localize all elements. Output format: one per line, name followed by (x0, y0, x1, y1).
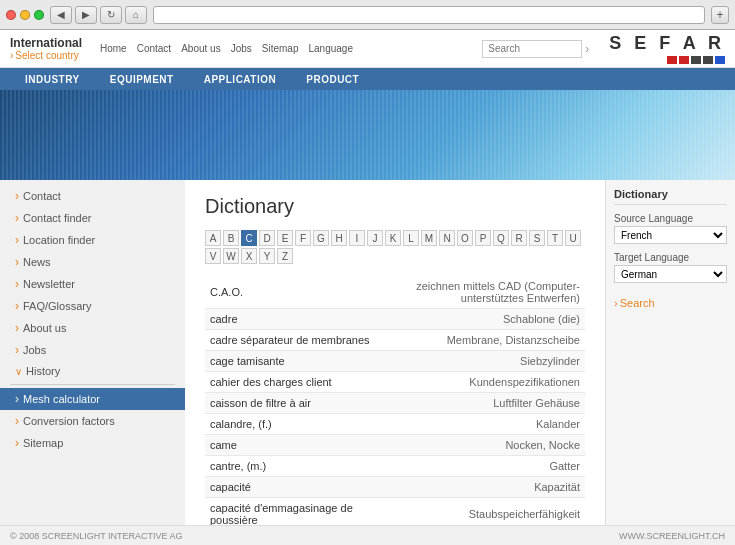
alpha-A[interactable]: A (205, 230, 221, 246)
right-panel-search-label: Search (620, 297, 655, 309)
top-bar: International Select country Home Contac… (0, 30, 735, 68)
nav-home[interactable]: Home (100, 43, 127, 54)
select-country-label: Select country (15, 50, 78, 61)
alpha-E[interactable]: E (277, 230, 293, 246)
address-bar[interactable] (153, 6, 705, 24)
nav-jobs[interactable]: Jobs (231, 43, 252, 54)
dict-translation: Schablone (die) (376, 309, 585, 330)
browser-chrome: ◀ ▶ ↻ ⌂ + (0, 0, 735, 30)
source-language-select[interactable]: French German English (614, 226, 727, 244)
sidebar-item-conversion[interactable]: Conversion factors (0, 410, 185, 432)
dict-term: capacité d'emmagasinage de poussière (205, 498, 376, 526)
nav-application[interactable]: APPLICATION (189, 74, 292, 85)
alpha-G[interactable]: G (313, 230, 329, 246)
alpha-Y[interactable]: Y (259, 248, 275, 264)
sidebar-item-jobs[interactable]: Jobs (0, 339, 185, 361)
alpha-B[interactable]: B (223, 230, 239, 246)
nav-equipment[interactable]: EQUIPMENT (95, 74, 189, 85)
sefar-color-dots (667, 56, 725, 64)
alpha-T[interactable]: T (547, 230, 563, 246)
alpha-S[interactable]: S (529, 230, 545, 246)
alpha-C[interactable]: C (241, 230, 257, 246)
sidebar-item-faq[interactable]: FAQ/Glossary (0, 295, 185, 317)
dict-translation: Kalander (376, 414, 585, 435)
alpha-F[interactable]: F (295, 230, 311, 246)
sefar-dot-2 (679, 56, 689, 64)
alpha-J[interactable]: J (367, 230, 383, 246)
refresh-button[interactable]: ↻ (100, 6, 122, 24)
right-panel-search-link[interactable]: Search (614, 297, 727, 309)
dict-translation: Nocken, Nocke (376, 435, 585, 456)
right-panel: Dictionary Source Language French German… (605, 180, 735, 525)
nav-about[interactable]: About us (181, 43, 220, 54)
sefar-dot-1 (667, 56, 677, 64)
nav-contact[interactable]: Contact (137, 43, 171, 54)
footer-right: WWW.SCREENLIGHT.CH (619, 531, 725, 541)
alpha-Z[interactable]: Z (277, 248, 293, 264)
sidebar-item-contact-finder[interactable]: Contact finder (0, 207, 185, 229)
alpha-D[interactable]: D (259, 230, 275, 246)
alpha-H[interactable]: H (331, 230, 347, 246)
sefar-text: S E F A R (609, 33, 725, 54)
sidebar-item-mesh-calculator[interactable]: Mesh calculator (0, 388, 185, 410)
maximize-button[interactable] (34, 10, 44, 20)
sefar-dot-3 (691, 56, 701, 64)
nav-language[interactable]: Language (308, 43, 353, 54)
top-navigation: Home Contact About us Jobs Sitemap Langu… (90, 40, 589, 58)
dict-term: capacité (205, 477, 376, 498)
alpha-U[interactable]: U (565, 230, 581, 246)
brand-section: International Select country (10, 36, 90, 61)
nav-header: INDUSTRY EQUIPMENT APPLICATION PRODUCT (0, 68, 735, 90)
close-button[interactable] (6, 10, 16, 20)
dict-translation: Gatter (376, 456, 585, 477)
brand-name: International (10, 36, 90, 50)
page-title: Dictionary (205, 195, 585, 218)
nav-product[interactable]: PRODUCT (291, 74, 374, 85)
select-country-link[interactable]: Select country (10, 50, 90, 61)
table-row: cahier des charges clientKundenspezifika… (205, 372, 585, 393)
sidebar-divider (10, 384, 175, 385)
alpha-I[interactable]: I (349, 230, 365, 246)
alpha-L[interactable]: L (403, 230, 419, 246)
right-panel-title: Dictionary (614, 188, 727, 205)
alpha-X[interactable]: X (241, 248, 257, 264)
search-submit-arrow[interactable]: › (585, 42, 589, 56)
alpha-N[interactable]: N (439, 230, 455, 246)
browser-navigation: ◀ ▶ ↻ ⌂ (50, 6, 147, 24)
alpha-Q[interactable]: Q (493, 230, 509, 246)
alphabet-navigation: A B C D E F G H I J K L M N O P Q R S T (205, 230, 585, 264)
home-button[interactable]: ⌂ (125, 6, 147, 24)
add-tab-button[interactable]: + (711, 6, 729, 24)
alpha-O[interactable]: O (457, 230, 473, 246)
sidebar-item-about[interactable]: About us (0, 317, 185, 339)
search-box: › (482, 40, 589, 58)
nav-sitemap[interactable]: Sitemap (262, 43, 299, 54)
table-row: capacité d'emmagasinage de poussièreStau… (205, 498, 585, 526)
back-button[interactable]: ◀ (50, 6, 72, 24)
footer-left: © 2008 SCREENLIGHT INTERACTIVE AG (10, 531, 183, 541)
alpha-R[interactable]: R (511, 230, 527, 246)
dict-term: cadre séparateur de membranes (205, 330, 376, 351)
minimize-button[interactable] (20, 10, 30, 20)
sidebar-item-history[interactable]: History (0, 361, 185, 381)
table-row: calandre, (f.)Kalander (205, 414, 585, 435)
table-row: caisson de filtre à airLuftfilter Gehäus… (205, 393, 585, 414)
search-input[interactable] (482, 40, 582, 58)
table-row: C.A.O.zeichnen mittels CAD (Computer-unt… (205, 276, 585, 309)
alpha-V[interactable]: V (205, 248, 221, 264)
sidebar-item-news[interactable]: News (0, 251, 185, 273)
sidebar-item-newsletter[interactable]: Newsletter (0, 273, 185, 295)
sidebar-item-sitemap[interactable]: Sitemap (0, 432, 185, 454)
sidebar-item-location-finder[interactable]: Location finder (0, 229, 185, 251)
alpha-M[interactable]: M (421, 230, 437, 246)
nav-industry[interactable]: INDUSTRY (10, 74, 95, 85)
dict-term: came (205, 435, 376, 456)
alpha-W[interactable]: W (223, 248, 239, 264)
target-language-select[interactable]: German French English (614, 265, 727, 283)
sefar-dot-5 (715, 56, 725, 64)
sidebar-item-contact[interactable]: Contact (0, 185, 185, 207)
alpha-K[interactable]: K (385, 230, 401, 246)
alpha-P[interactable]: P (475, 230, 491, 246)
dict-term: cage tamisante (205, 351, 376, 372)
forward-button[interactable]: ▶ (75, 6, 97, 24)
